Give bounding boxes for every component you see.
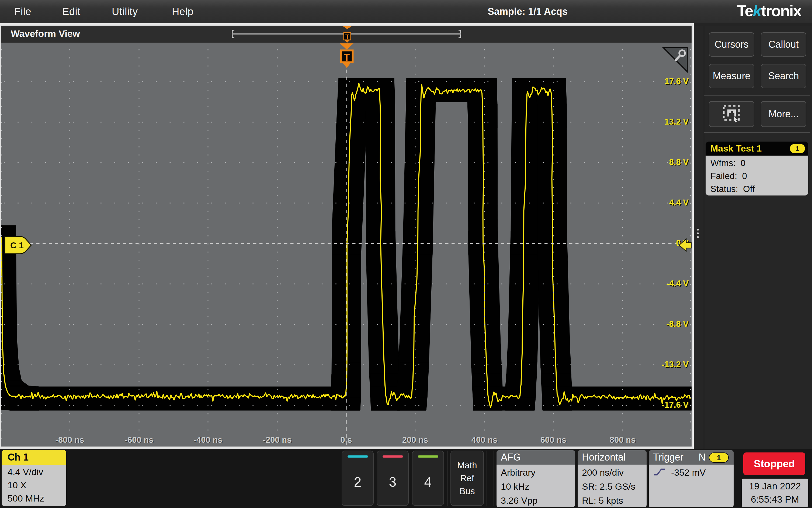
svg-text:-8.8 V: -8.8 V	[666, 319, 688, 329]
svg-text:C 1: C 1	[10, 241, 24, 250]
svg-text:13.2 V: 13.2 V	[664, 117, 688, 126]
svg-text:-400 ns: -400 ns	[194, 435, 223, 444]
svg-text:400 ns: 400 ns	[472, 435, 497, 444]
svg-text:4.4 V: 4.4 V	[669, 198, 689, 207]
svg-text:0 s: 0 s	[340, 435, 352, 444]
svg-text:17.6 V: 17.6 V	[664, 77, 688, 86]
svg-text:200 ns: 200 ns	[402, 435, 428, 444]
svg-text:600 ns: 600 ns	[540, 435, 567, 444]
svg-text:8.8 V: 8.8 V	[669, 158, 689, 167]
svg-text:-13.2 V: -13.2 V	[662, 360, 688, 369]
svg-text:T: T	[344, 52, 350, 63]
svg-text:-600 ns: -600 ns	[125, 435, 153, 444]
svg-text:-800 ns: -800 ns	[55, 435, 84, 444]
svg-text:800 ns: 800 ns	[610, 435, 636, 444]
svg-text:-200 ns: -200 ns	[263, 435, 292, 444]
svg-text:T: T	[345, 33, 349, 40]
svg-text:-4.4 V: -4.4 V	[666, 279, 688, 288]
svg-text:-17.6 V: -17.6 V	[662, 400, 688, 410]
